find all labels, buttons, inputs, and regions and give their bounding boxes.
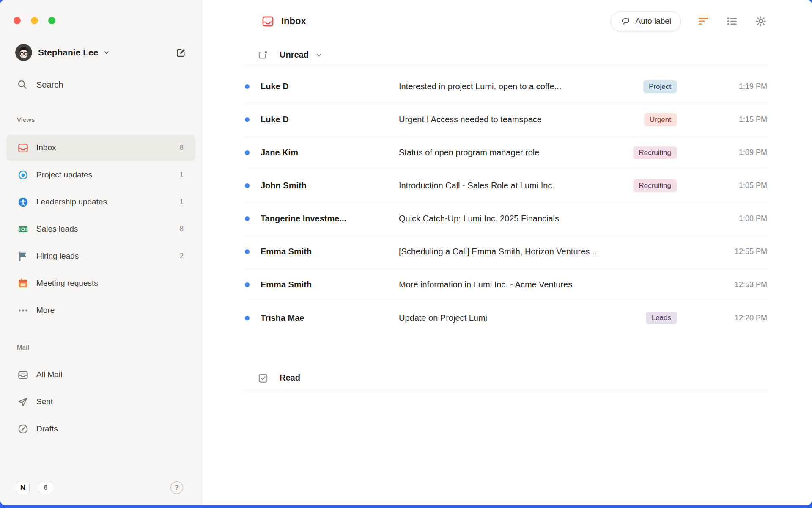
- sidebar-item-count: 1: [180, 198, 184, 206]
- email-row[interactable]: Tangerine Investme... Quick Catch-Up: Lu…: [244, 202, 767, 235]
- sidebar-item-label: Sent: [36, 397, 53, 406]
- email-row[interactable]: Luke D Interested in project Lumi, open …: [244, 70, 767, 103]
- help-icon[interactable]: ?: [170, 481, 183, 494]
- inbox-icon: [17, 142, 29, 154]
- minimize-window-button[interactable]: [31, 17, 38, 24]
- email-row[interactable]: John Smith Introduction Call - Sales Rol…: [244, 169, 767, 202]
- sidebar-item-leadership-updates[interactable]: Leadership updates 1: [6, 189, 195, 215]
- close-window-button[interactable]: [14, 17, 21, 24]
- email-row[interactable]: Luke D Urgent ! Access needed to teamspa…: [244, 103, 767, 136]
- page-title: Inbox: [281, 16, 306, 27]
- unread-group-header[interactable]: Unread: [244, 44, 767, 66]
- email-subject: Quick Catch-Up: Lumi Inc. 2025 Financial…: [399, 214, 712, 224]
- sidebar-item-inbox[interactable]: Inbox 8: [6, 135, 195, 161]
- sidebar-item-label: More: [36, 306, 55, 315]
- sidebar-item-project-updates[interactable]: Project updates 1: [6, 162, 195, 188]
- mail-app-window: Stephanie Lee Search Views: [0, 0, 812, 505]
- unread-dot: [245, 282, 250, 287]
- sidebar-item-count: 8: [180, 225, 184, 233]
- email-subject: Status of open program manager role: [399, 148, 633, 157]
- avatar[interactable]: [15, 44, 32, 61]
- sidebar-item-label: Meeting requests: [36, 279, 98, 288]
- inbox-icon: [261, 15, 274, 28]
- sidebar-item-label: Drafts: [36, 424, 58, 433]
- read-group-label: Read: [280, 373, 300, 383]
- sidebar-item-label: Inbox: [36, 143, 56, 152]
- email-label-badge[interactable]: Recruiting: [633, 179, 677, 192]
- sidebar-item-count: 2: [180, 252, 184, 260]
- zoom-window-button[interactable]: [48, 17, 55, 24]
- sidebar-item-count: 1: [180, 171, 184, 179]
- email-sender: Luke D: [261, 82, 399, 91]
- filter-icon[interactable]: [697, 15, 710, 28]
- sidebar-item-drafts[interactable]: Drafts: [6, 416, 195, 442]
- auto-label-button[interactable]: Auto label: [611, 11, 681, 31]
- settings-gear-icon[interactable]: [754, 15, 767, 28]
- banknote-icon: [17, 223, 29, 235]
- email-time: 12:55 PM: [712, 247, 767, 256]
- unread-select-icon[interactable]: [258, 50, 269, 61]
- search-button[interactable]: Search: [0, 76, 189, 93]
- email-row[interactable]: Emma Smith More information in Lumi Inc.…: [244, 268, 767, 301]
- email-label-badge[interactable]: Leads: [646, 312, 677, 324]
- email-row[interactable]: Trisha Mae Update on Project Lumi Leads …: [244, 301, 767, 334]
- email-time: 1:15 PM: [712, 115, 767, 124]
- sidebar-item-count: 8: [180, 144, 184, 152]
- header-actions: Auto label: [611, 11, 767, 31]
- window-controls: [0, 17, 202, 24]
- notion-app-icon[interactable]: N: [16, 481, 30, 494]
- sidebar-item-hiring-leads[interactable]: Hiring leads 2: [6, 243, 195, 269]
- email-row[interactable]: Jane Kim Status of open program manager …: [244, 136, 767, 169]
- email-time: 1:09 PM: [712, 148, 767, 157]
- email-sender: Luke D: [261, 115, 399, 124]
- email-row[interactable]: Emma Smith [Scheduling a Call] Emma Smit…: [244, 235, 767, 268]
- sidebar-item-sent[interactable]: Sent: [6, 389, 195, 415]
- sidebar-item-all-mail[interactable]: All Mail: [6, 362, 195, 388]
- chevron-down-icon[interactable]: [102, 48, 111, 57]
- email-subject: Introduction Call - Sales Role at Lumi I…: [399, 181, 633, 190]
- sidebar-item-label: Sales leads: [36, 224, 78, 234]
- email-subject: Urgent ! Access needed to teamspace: [399, 115, 644, 124]
- list-view-icon[interactable]: [726, 15, 738, 28]
- email-sender: Jane Kim: [261, 148, 399, 157]
- title-group: Inbox: [261, 15, 306, 28]
- unread-dot: [245, 316, 250, 320]
- email-time: 1:19 PM: [712, 82, 767, 91]
- email-label-badge[interactable]: Urgent: [644, 113, 677, 126]
- main-content: Inbox Auto label: [202, 0, 812, 505]
- unread-dot: [245, 249, 250, 254]
- flag-icon: [17, 250, 29, 262]
- user-name[interactable]: Stephanie Lee: [38, 47, 98, 58]
- unread-dot: [245, 150, 250, 155]
- email-sender: Emma Smith: [261, 280, 399, 290]
- email-time: 1:00 PM: [712, 214, 767, 223]
- compose-button[interactable]: [172, 44, 189, 61]
- person-circle-icon: [17, 196, 29, 208]
- email-subject: [Scheduling a Call] Emma Smith, Horizon …: [399, 247, 712, 257]
- mail-section-label: Mail: [17, 344, 202, 352]
- email-sender: John Smith: [261, 181, 399, 190]
- read-checkbox-icon[interactable]: [258, 373, 269, 384]
- email-subject: More information in Lumi Inc. - Acme Ven…: [399, 280, 712, 290]
- views-section-label: Views: [17, 116, 202, 124]
- read-group-header[interactable]: Read: [244, 365, 767, 391]
- sidebar-item-meeting-requests[interactable]: Meeting requests: [6, 270, 195, 296]
- unread-dot: [245, 183, 250, 188]
- email-time: 12:53 PM: [712, 280, 767, 289]
- paper-plane-icon: [17, 396, 29, 408]
- lasso-icon: [620, 16, 631, 26]
- email-list: Unread Luke D Interested in project Lumi…: [244, 31, 767, 391]
- calendar-app-icon[interactable]: 6: [39, 481, 52, 494]
- email-sender: Emma Smith: [261, 247, 399, 257]
- email-label-badge[interactable]: Project: [643, 80, 677, 93]
- email-label-badge[interactable]: Recruiting: [633, 146, 677, 159]
- sidebar-item-sales-leads[interactable]: Sales leads 8: [6, 216, 195, 242]
- sidebar-item-label: Leadership updates: [36, 197, 107, 207]
- mail-nav-list: All Mail Sent: [0, 362, 202, 442]
- unread-email-rows: Luke D Interested in project Lumi, open …: [244, 66, 767, 334]
- all-mail-icon: [17, 369, 29, 381]
- sidebar-footer: N 6 ?: [0, 481, 202, 505]
- calendar-icon: [17, 277, 29, 289]
- sidebar-item-more[interactable]: More: [6, 297, 195, 323]
- unread-dot: [245, 216, 250, 221]
